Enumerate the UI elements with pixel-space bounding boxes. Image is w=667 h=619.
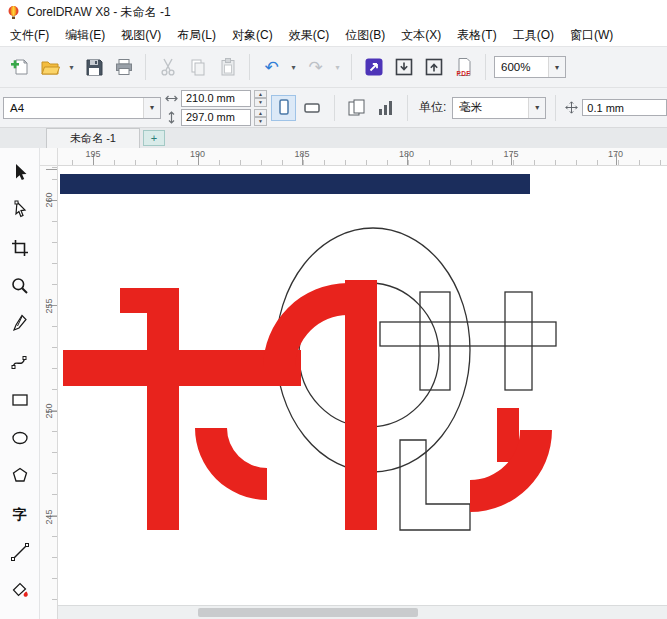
tool-crop[interactable] [0,229,39,267]
zoom-tool-icon [10,276,30,296]
publish-pdf-button[interactable]: PDF [450,54,477,81]
nudge-offset-icon [565,100,578,115]
redo-button[interactable]: ↷ [302,54,329,81]
coreldraw-logo-icon [6,5,21,20]
standard-toolbar: ▾ ↶ ▾ [0,46,667,87]
tool-ellipse[interactable] [0,419,39,457]
tool-text[interactable]: 字 [0,495,39,533]
freehand-tool-icon [10,314,30,334]
tool-pick[interactable] [0,153,39,191]
page-dimensions-group: 210.0 mm ▲▼ 297.0 mm ▲▼ [165,90,267,126]
menu-item-8[interactable]: 文本(X) [393,24,449,47]
rectangle-tool-icon [10,390,30,410]
v-ruler-label: 255 [43,286,55,326]
pick-tool-icon [10,162,30,182]
export-button[interactable] [420,54,447,81]
horizontal-scrollbar-thumb[interactable] [198,608,418,617]
page-size-combobox[interactable]: A4 ▾ [3,97,161,119]
launcher-icon [364,57,384,77]
propbar-separator [555,95,556,121]
document-tab[interactable]: 未命名 -1 [46,128,140,148]
zoom-dropdown-caret[interactable]: ▾ [548,57,565,77]
line-tool-icon [10,542,30,562]
open-button[interactable] [36,54,63,81]
all-pages-icon [346,97,368,119]
undo-dropdown-caret[interactable]: ▾ [288,63,299,72]
print-button[interactable] [110,54,137,81]
ruler-origin-corner[interactable] [40,148,58,166]
portrait-icon [273,97,294,118]
tool-interactive-fill[interactable] [0,571,39,609]
tool-shape[interactable] [0,191,39,229]
menu-item-11[interactable]: 窗口(W) [562,24,621,47]
undo-button[interactable]: ↶ [258,54,285,81]
landscape-button[interactable] [300,95,325,121]
app-launcher-button[interactable] [360,54,387,81]
zoom-level-combobox[interactable]: 600% ▾ [494,56,566,78]
menu-item-4[interactable]: 布局(L) [169,24,224,47]
h-ruler-label: 190 [190,149,205,159]
page-width-icon [165,92,178,105]
fill-tool-icon [10,580,30,600]
tool-two-point-line[interactable] [0,533,39,571]
h-ruler-label: 195 [85,149,100,159]
red-logo-shapes [63,280,552,530]
bezier-tool-icon [10,352,30,372]
new-document-button[interactable] [6,54,33,81]
menu-item-10[interactable]: 工具(O) [505,24,562,47]
pdf-label: PDF [450,70,477,77]
cut-icon [158,57,178,77]
page-size-caret[interactable]: ▾ [143,98,160,118]
landscape-icon [302,97,323,118]
tool-zoom[interactable] [0,267,39,305]
print-icon [114,57,134,77]
all-pages-button[interactable] [344,95,369,121]
menu-item-6[interactable]: 效果(C) [281,24,338,47]
title-bar: CorelDRAW X8 - 未命名 -1 [0,0,667,24]
menu-item-2[interactable]: 编辑(E) [57,24,113,47]
copy-icon [188,57,208,77]
units-caret[interactable]: ▾ [528,98,545,118]
new-tab-button[interactable]: + [143,130,165,146]
units-combobox[interactable]: 毫米 ▾ [452,97,546,119]
vertical-bar-outline-1 [420,292,450,390]
menu-item-9[interactable]: 表格(T) [449,24,504,47]
menu-item-7[interactable]: 位图(B) [337,24,393,47]
drawing-canvas[interactable] [58,166,667,619]
page-width-field[interactable]: 210.0 mm [181,90,251,107]
shape-tool-icon [10,200,30,220]
horizontal-scrollbar[interactable] [58,605,667,619]
menu-item-5[interactable]: 对象(C) [224,24,281,47]
tool-bezier[interactable] [0,343,39,381]
tool-freehand[interactable] [0,305,39,343]
portrait-button[interactable] [271,95,296,121]
horizontal-ruler[interactable]: 195190185180175170 [58,148,667,166]
l-shape-outline [400,440,470,530]
page-height-spinner[interactable]: ▲▼ [254,109,267,126]
v-ruler-label: 260 [43,180,55,220]
menu-item-1[interactable]: 文件(F) [2,24,57,47]
tool-polygon[interactable] [0,457,39,495]
toolbox: 字 [0,148,40,619]
save-button[interactable] [80,54,107,81]
nudge-offset-field[interactable]: 0.1 mm [582,99,667,116]
paste-button[interactable] [214,54,241,81]
page-height-field[interactable]: 297.0 mm [181,109,251,126]
import-button[interactable] [390,54,417,81]
menu-item-3[interactable]: 视图(V) [113,24,169,47]
cut-button[interactable] [154,54,181,81]
vertical-ruler[interactable]: 260255250245 [40,166,58,619]
open-dropdown-caret[interactable]: ▾ [66,63,77,72]
page-layers-button[interactable] [373,95,398,121]
navy-bar-shape [60,174,530,194]
page-width-spinner[interactable]: ▲▼ [254,90,267,107]
crop-tool-icon [10,238,30,258]
copy-button[interactable] [184,54,211,81]
document-tab-bar: 未命名 -1 + [0,127,667,148]
tool-rectangle[interactable] [0,381,39,419]
toolbar-separator [351,54,352,80]
units-label: 单位: [417,99,448,116]
toolbar-separator [145,54,146,80]
units-value: 毫米 [453,98,528,118]
redo-dropdown-caret[interactable]: ▾ [332,63,343,72]
